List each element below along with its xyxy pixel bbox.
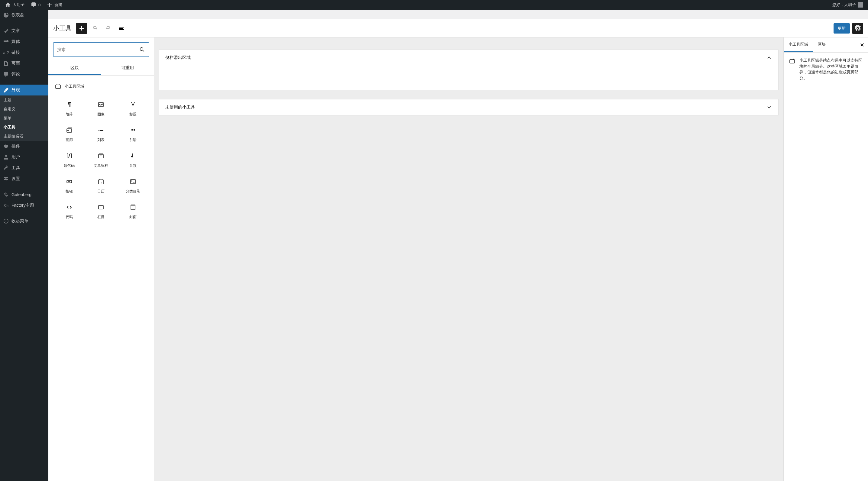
block-item-archive[interactable]: 文章归档 [85, 148, 117, 173]
sidebar-item-label: 页面 [11, 61, 20, 66]
sidebar-item-links[interactable]: 链接 [0, 47, 49, 58]
redo-button[interactable] [103, 23, 114, 34]
link-icon [3, 50, 9, 56]
sidebar-item-settings[interactable]: 设置 [0, 173, 49, 184]
block-item-shortcode[interactable]: 短代码 [53, 148, 85, 173]
heading-icon [129, 101, 136, 108]
svg-rect-8 [130, 180, 135, 184]
editor-header: 小工具 更新 [49, 19, 868, 37]
chevron-down-icon [766, 104, 772, 110]
block-item-audio[interactable]: 音频 [117, 148, 149, 173]
quote-icon [129, 127, 136, 134]
sidebar-item-factory[interactable]: XinFactory主题 [0, 200, 49, 211]
sidebar-item-tools[interactable]: 工具 [0, 163, 49, 173]
settings-icon [3, 176, 9, 182]
page-icon [3, 60, 9, 66]
sidebar-item-label: 外观 [11, 87, 20, 93]
widget-area-toggle[interactable]: 侧栏滑出区域 [159, 50, 778, 66]
block-item-quote[interactable]: 引语 [117, 122, 149, 148]
sidebar-item-appearance[interactable]: 外观 [0, 85, 49, 95]
list-view-button[interactable] [116, 23, 127, 34]
block-item-list[interactable]: 列表 [85, 122, 117, 148]
svg-rect-7 [98, 180, 103, 184]
adminbar-comments[interactable]: 0 [28, 0, 43, 10]
block-label: 日历 [97, 189, 104, 194]
sidebar-item-dashboard[interactable]: 仪表盘 [0, 10, 49, 21]
sidebar-item-media[interactable]: 媒体 [0, 36, 49, 47]
sidebar-item-posts[interactable]: 文章 [0, 25, 49, 36]
search-input[interactable] [57, 47, 139, 52]
adminbar-new[interactable]: 新建 [44, 0, 65, 10]
sidebar-item-pages[interactable]: 页面 [0, 58, 49, 69]
block-label: 音频 [129, 163, 136, 168]
block-item-heading[interactable]: 标题 [117, 96, 149, 122]
archive-icon [97, 152, 104, 160]
pin-icon [3, 28, 9, 34]
adminbar-site[interactable]: 大胡子 [2, 0, 27, 10]
tab-blocks[interactable]: 区块 [49, 62, 101, 75]
block-label: 段落 [66, 112, 73, 117]
sidebar-item-users[interactable]: 用户 [0, 152, 49, 163]
submenu-item-themes[interactable]: 主题 [0, 95, 49, 104]
category-header[interactable]: 小工具区域 [53, 81, 149, 92]
adminbar-account[interactable]: 您好，大胡子 [830, 0, 866, 10]
widget-area-title: 未使用的小工具 [165, 104, 195, 110]
plugin-icon [3, 143, 9, 149]
submenu-item-customize[interactable]: 自定义 [0, 104, 49, 114]
main-content: 小工具 更新 区块 可重用 小工具区域 [49, 19, 868, 481]
audio-icon [129, 152, 136, 160]
block-item-code[interactable]: 代码 [53, 199, 85, 224]
sidebar-item-label: 仪表盘 [11, 12, 24, 18]
tab-block[interactable]: 区块 [813, 37, 831, 52]
block-label: 按钮 [66, 189, 73, 194]
calendar-icon [97, 178, 104, 185]
sidebar-item-comments[interactable]: 评论 [0, 69, 49, 80]
block-inserter-panel: 区块 可重用 小工具区域 段落图像标题画廊列表引语短代码文章归档音频按钮日历分类… [49, 37, 154, 481]
block-item-calendar[interactable]: 日历 [85, 173, 117, 199]
sidebar-item-plugins[interactable]: 插件 [0, 141, 49, 152]
adminbar-greeting: 您好，大胡子 [832, 2, 856, 7]
brush-icon [3, 87, 9, 93]
update-button[interactable]: 更新 [834, 23, 850, 34]
adminbar-new-label: 新建 [54, 2, 62, 7]
close-icon: ✕ [860, 42, 864, 49]
sidebar-item-gutenberg[interactable]: Gutenberg [0, 189, 49, 200]
panel-description: 小工具区域是站点布局中可以支持区块的全局部分。这些区域因主题而异，但通常都是您的… [799, 57, 863, 81]
block-item-cover[interactable]: 封面 [117, 199, 149, 224]
page-title: 小工具 [53, 24, 71, 32]
dashboard-icon [3, 12, 9, 18]
widget-area: 未使用的小工具 [159, 99, 779, 116]
adminbar-site-label: 大胡子 [13, 2, 25, 7]
submenu-item-widgets[interactable]: 小工具 [0, 123, 49, 132]
sidebar-item-collapse[interactable]: 收起菜单 [0, 216, 49, 227]
inserter-toggle-button[interactable] [76, 23, 87, 34]
submenu-item-menus[interactable]: 菜单 [0, 114, 49, 123]
widget-area-body[interactable] [159, 66, 778, 90]
block-item-paragraph[interactable]: 段落 [53, 96, 85, 122]
submenu-item-editor[interactable]: 主题编辑器 [0, 132, 49, 141]
block-label: 图像 [97, 112, 104, 117]
block-label: 代码 [66, 215, 73, 220]
undo-button[interactable] [89, 23, 100, 34]
block-label: 文章归档 [94, 163, 108, 168]
sidebar-item-label: 链接 [11, 50, 20, 55]
close-panel-button[interactable]: ✕ [856, 39, 868, 51]
tab-widget-area[interactable]: 小工具区域 [784, 37, 813, 52]
block-item-columns[interactable]: 栏目 [85, 199, 117, 224]
svg-rect-3 [56, 85, 60, 89]
gutenberg-icon [3, 192, 9, 198]
settings-button[interactable] [852, 23, 863, 34]
sidebar-item-label: Factory主题 [11, 203, 34, 208]
widget-area-toggle[interactable]: 未使用的小工具 [159, 99, 778, 115]
tab-reusable[interactable]: 可重用 [101, 62, 154, 75]
block-item-button[interactable]: 按钮 [53, 173, 85, 199]
block-item-categories[interactable]: 分类目录 [117, 173, 149, 199]
categories-icon [129, 178, 136, 185]
adminbar-comments-count: 0 [38, 3, 40, 7]
comment-icon [3, 71, 9, 77]
admin-bar: 大胡子 0 新建 您好，大胡子 [0, 0, 868, 10]
image-icon [97, 101, 104, 108]
block-item-image[interactable]: 图像 [85, 96, 117, 122]
block-item-gallery[interactable]: 画廊 [53, 122, 85, 148]
sidebar-item-label: 插件 [11, 143, 20, 149]
